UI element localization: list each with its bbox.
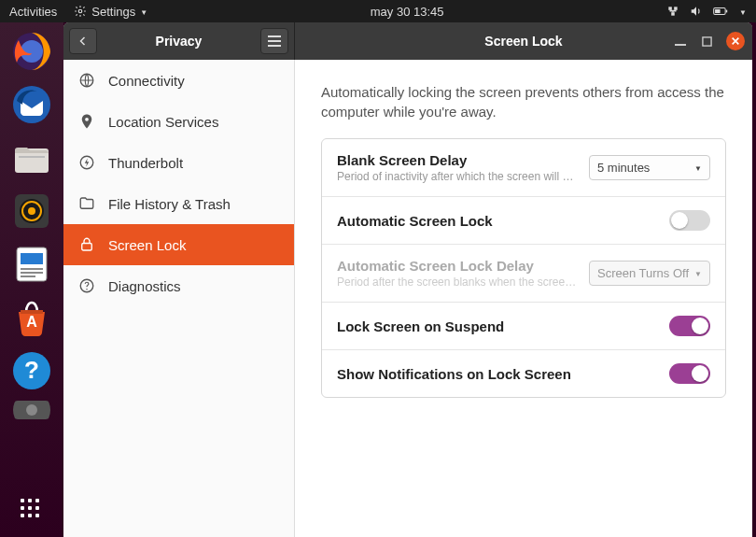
- help-icon: ?: [11, 350, 52, 391]
- close-button[interactable]: [726, 32, 745, 50]
- dock-item-rhythmbox[interactable]: [8, 188, 55, 234]
- row-title: Lock Screen on Suspend: [337, 318, 669, 334]
- svg-rect-31: [702, 36, 710, 45]
- svg-text:?: ?: [24, 356, 39, 384]
- svg-point-0: [79, 9, 83, 13]
- hamburger-button[interactable]: [260, 28, 288, 54]
- apps-grid-icon: [21, 499, 43, 521]
- thunderbird-icon: [11, 84, 52, 125]
- svg-rect-18: [21, 268, 43, 270]
- sidebar-item-label: Location Services: [108, 114, 218, 130]
- headerbar: Privacy Screen Lock: [63, 22, 752, 60]
- show-apps-button[interactable]: [8, 487, 55, 533]
- network-icon: [666, 5, 679, 18]
- row-auto-lock-delay: Automatic Screen Lock Delay Period after…: [322, 245, 725, 303]
- row-title: Automatic Screen Lock Delay: [337, 258, 589, 274]
- app-menu-button[interactable]: Settings ▼: [74, 5, 147, 19]
- svg-point-37: [86, 289, 88, 290]
- dock-item-firefox[interactable]: [8, 28, 55, 75]
- hamburger-icon: [268, 35, 281, 47]
- svg-rect-1: [668, 7, 672, 10]
- close-icon: [731, 36, 740, 46]
- chevron-down-icon: ▼: [694, 164, 702, 173]
- settings-list: Blank Screen Delay Period of inactivity …: [321, 138, 726, 398]
- notifications-lock-switch[interactable]: [669, 363, 710, 384]
- row-title: Automatic Screen Lock: [337, 213, 669, 229]
- app-menu-label: Settings: [91, 5, 135, 19]
- desktop: A ? Privacy Sc: [0, 22, 756, 537]
- svg-rect-20: [21, 276, 35, 277]
- svg-point-33: [85, 118, 89, 121]
- content-header: Screen Lock: [295, 22, 752, 60]
- sidebar-item-thunderbolt[interactable]: Thunderbolt: [63, 142, 294, 183]
- sidebar-item-label: Connectivity: [108, 73, 185, 89]
- shopping-bag-icon: A: [11, 297, 52, 338]
- svg-rect-28: [268, 40, 281, 42]
- gear-icon: [74, 5, 87, 18]
- question-icon: [78, 277, 95, 294]
- svg-point-9: [13, 86, 50, 123]
- minimize-icon: [675, 35, 686, 47]
- svg-rect-5: [715, 9, 721, 13]
- dock-item-help[interactable]: ?: [8, 347, 55, 394]
- row-auto-screen-lock: Automatic Screen Lock: [322, 197, 725, 245]
- folder-icon: [11, 137, 52, 178]
- combo-value: 5 minutes: [597, 161, 650, 175]
- clock[interactable]: may 30 13:45: [147, 5, 666, 19]
- lock-icon: [78, 236, 95, 253]
- top-panel: Activities Settings ▼ may 30 13:45 ▼: [0, 0, 756, 22]
- thunderbolt-icon: [78, 154, 95, 171]
- svg-rect-30: [675, 44, 686, 46]
- privacy-sidebar: Connectivity Location Services Thunderbo…: [63, 60, 295, 537]
- svg-rect-35: [82, 244, 92, 251]
- sidebar-item-label: Thunderbolt: [108, 155, 183, 171]
- chevron-down-icon: ▼: [694, 270, 702, 278]
- sidebar-item-connectivity[interactable]: Connectivity: [63, 60, 294, 101]
- minimize-button[interactable]: [674, 35, 687, 48]
- chevron-down-icon: ▼: [140, 8, 147, 17]
- blank-screen-delay-combo[interactable]: 5 minutes ▼: [589, 155, 710, 180]
- sidebar-item-label: File History & Trash: [108, 196, 231, 212]
- combo-value: Screen Turns Off: [597, 266, 689, 280]
- dock-item-thunderbird[interactable]: [8, 81, 55, 128]
- firefox-icon: [11, 31, 52, 72]
- window-content: Connectivity Location Services Thunderbo…: [63, 60, 752, 537]
- disk-icon: [11, 401, 52, 419]
- dock-item-files[interactable]: [8, 134, 55, 181]
- row-lock-on-suspend: Lock Screen on Suspend: [322, 303, 725, 350]
- sidebar-item-diagnostics[interactable]: Diagnostics: [63, 265, 294, 306]
- svg-point-15: [28, 207, 35, 215]
- pin-icon: [78, 113, 95, 130]
- sidebar-item-location[interactable]: Location Services: [63, 101, 294, 142]
- auto-screen-lock-switch[interactable]: [669, 210, 710, 231]
- maximize-icon: [702, 36, 712, 47]
- activities-button[interactable]: Activities: [9, 5, 57, 19]
- svg-point-26: [26, 404, 37, 416]
- folder-icon: [78, 195, 95, 212]
- status-area[interactable]: ▼: [666, 5, 747, 18]
- pane-description: Automatically locking the screen prevent…: [321, 82, 726, 121]
- globe-icon: [78, 72, 95, 89]
- svg-rect-11: [19, 156, 45, 158]
- screen-lock-pane: Automatically locking the screen prevent…: [295, 60, 752, 537]
- svg-rect-2: [674, 7, 678, 10]
- row-subtitle: Period of inactivity after which the scr…: [337, 170, 589, 183]
- dock-item-libreoffice[interactable]: [8, 241, 55, 288]
- svg-text:A: A: [26, 314, 37, 330]
- sidebar-item-label: Screen Lock: [108, 237, 186, 253]
- dock-item-software[interactable]: A: [8, 294, 55, 341]
- volume-icon: [689, 5, 704, 18]
- svg-rect-6: [726, 10, 727, 13]
- settings-window: Privacy Screen Lock: [63, 22, 752, 537]
- dock-item-partial[interactable]: [8, 401, 55, 419]
- sidebar-item-label: Diagnostics: [108, 278, 181, 294]
- row-notifications-lock: Show Notifications on Lock Screen: [322, 350, 725, 397]
- svg-rect-19: [21, 272, 43, 274]
- sidebar-item-filehistory[interactable]: File History & Trash: [63, 183, 294, 224]
- sidebar-item-screenlock[interactable]: Screen Lock: [63, 224, 294, 265]
- chevron-down-icon: ▼: [739, 8, 747, 17]
- svg-rect-3: [671, 12, 675, 16]
- maximize-button[interactable]: [700, 35, 713, 48]
- svg-rect-17: [21, 253, 43, 264]
- lock-on-suspend-switch[interactable]: [669, 316, 710, 336]
